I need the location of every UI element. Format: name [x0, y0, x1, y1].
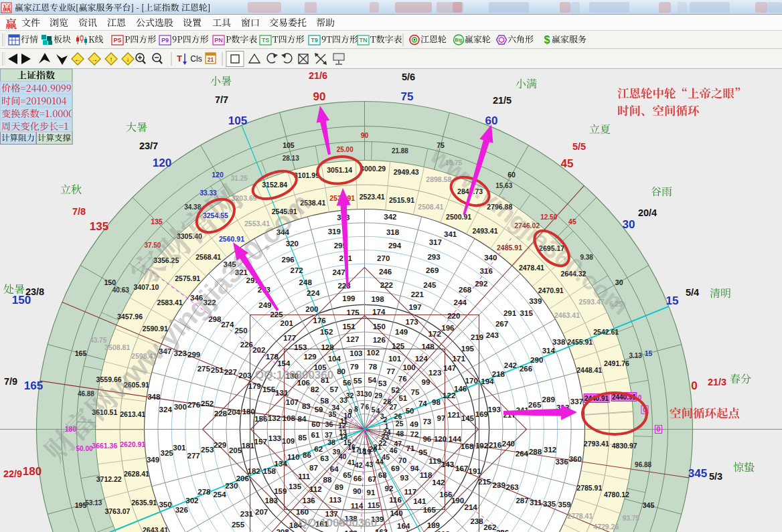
svg-text:2778.41: 2778.41 [567, 512, 593, 520]
svg-text:148: 148 [421, 343, 435, 351]
svg-text:337: 337 [570, 397, 583, 406]
svg-text:293: 293 [427, 253, 440, 261]
svg-text:180: 180 [242, 408, 255, 416]
svg-text:120: 120 [212, 171, 224, 179]
svg-text:249: 249 [258, 301, 271, 309]
svg-text:144: 144 [449, 435, 462, 443]
svg-text:255: 255 [232, 521, 245, 529]
svg-text:33: 33 [339, 396, 347, 404]
svg-text:178: 178 [266, 353, 279, 361]
svg-text:277: 277 [187, 452, 200, 460]
svg-text:341: 341 [444, 230, 457, 238]
svg-text:170: 170 [465, 377, 478, 385]
svg-text:73: 73 [422, 418, 431, 426]
svg-text:253: 253 [201, 446, 214, 454]
svg-text:140: 140 [390, 509, 402, 517]
svg-text:50: 50 [406, 407, 414, 415]
svg-text:111: 111 [298, 472, 311, 480]
svg-text:54: 54 [368, 376, 376, 384]
svg-text:90: 90 [361, 131, 369, 139]
svg-text:PS: PS [113, 37, 121, 43]
svg-text:20/4: 20/4 [638, 207, 657, 218]
svg-text:290: 290 [530, 356, 543, 364]
svg-text:153: 153 [294, 343, 307, 351]
svg-text:175: 175 [347, 308, 360, 317]
svg-text:108: 108 [283, 414, 296, 422]
svg-text:2485.91: 2485.91 [497, 244, 522, 252]
svg-text:56: 56 [343, 379, 351, 387]
svg-text:2628.41: 2628.41 [124, 470, 149, 478]
svg-text:231: 231 [240, 510, 254, 518]
svg-text:165: 165 [423, 506, 437, 514]
svg-text:90: 90 [353, 487, 362, 495]
svg-text:31.25: 31.25 [231, 175, 248, 182]
svg-text:247: 247 [332, 268, 345, 276]
svg-text:76: 76 [398, 375, 407, 383]
svg-text:240: 240 [502, 440, 515, 448]
svg-text:214: 214 [465, 503, 478, 511]
svg-text:268: 268 [459, 286, 472, 294]
svg-text:84: 84 [298, 415, 307, 423]
svg-text:40: 40 [339, 452, 347, 460]
svg-text:250: 250 [234, 327, 247, 335]
svg-text:67: 67 [368, 475, 376, 483]
svg-text:221: 221 [411, 290, 424, 298]
svg-text:165: 165 [75, 349, 87, 357]
svg-text:101: 101 [388, 355, 402, 363]
svg-text:42: 42 [355, 461, 363, 469]
svg-text:65: 65 [343, 471, 351, 479]
svg-text:109: 109 [282, 437, 295, 445]
svg-text:62: 62 [314, 445, 323, 453]
svg-text:155: 155 [262, 385, 276, 393]
svg-text:301: 301 [173, 444, 186, 452]
svg-text:324: 324 [159, 406, 173, 414]
svg-text:165: 165 [24, 379, 43, 392]
svg-text:199: 199 [342, 294, 355, 302]
svg-text:↑: ↑ [110, 56, 113, 63]
svg-text:75: 75 [411, 388, 420, 396]
svg-text:326: 326 [175, 506, 188, 514]
svg-text:124: 124 [415, 355, 428, 363]
svg-text:200: 200 [305, 305, 318, 313]
svg-text:133: 133 [268, 434, 281, 442]
svg-text:102: 102 [367, 349, 380, 357]
svg-text:61: 61 [311, 431, 320, 439]
svg-text:113: 113 [329, 496, 341, 504]
svg-text:45: 45 [561, 157, 574, 170]
svg-text:93.75: 93.75 [623, 515, 639, 522]
svg-text:203: 203 [238, 371, 251, 379]
svg-text:4729.26: 4729.26 [593, 523, 619, 531]
svg-text:129: 129 [304, 353, 317, 361]
svg-text:320: 320 [286, 240, 299, 248]
svg-text:105: 105 [283, 141, 295, 149]
svg-text:238: 238 [470, 517, 483, 525]
svg-text:2575.91: 2575.91 [175, 274, 200, 282]
svg-text:120: 120 [153, 157, 171, 169]
svg-text:245: 245 [423, 281, 437, 289]
svg-text:55: 55 [354, 377, 362, 385]
svg-text:242: 242 [504, 361, 517, 369]
svg-text:206: 206 [236, 474, 249, 482]
svg-text:157: 157 [254, 438, 267, 446]
svg-text:93: 93 [400, 474, 409, 482]
svg-text:5/5: 5/5 [572, 141, 586, 152]
svg-text:2500.91: 2500.91 [446, 213, 471, 221]
svg-text:104: 104 [328, 355, 341, 363]
svg-text:TS: TS [262, 37, 270, 43]
svg-text:95: 95 [418, 448, 427, 456]
svg-text:83: 83 [302, 402, 311, 410]
svg-text:115: 115 [368, 501, 380, 509]
svg-text:196: 196 [441, 324, 454, 332]
svg-text:QQ:100800360: QQ:100800360 [299, 517, 377, 529]
svg-text:59: 59 [315, 406, 323, 414]
svg-text:246: 246 [379, 268, 392, 276]
svg-text:216: 216 [489, 441, 501, 449]
svg-text:88: 88 [323, 476, 332, 484]
svg-text:51: 51 [398, 394, 407, 402]
svg-text:2635.91: 2635.91 [131, 499, 157, 507]
svg-text:0: 0 [657, 425, 661, 433]
svg-text:89: 89 [335, 483, 343, 491]
svg-text:107: 107 [286, 398, 299, 406]
svg-text:181: 181 [242, 442, 255, 450]
svg-text:134: 134 [275, 460, 288, 468]
